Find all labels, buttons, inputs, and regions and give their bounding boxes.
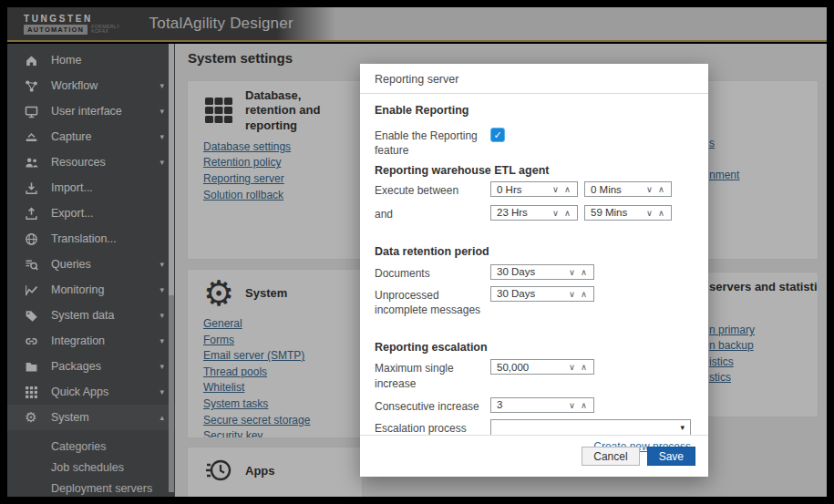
field-label: Escalation process — [375, 419, 490, 436]
checkbox-label: Enable the Reporting feature — [375, 127, 490, 158]
section-heading-enable-reporting: Enable Reporting — [375, 104, 694, 117]
spinner-up-icon[interactable]: ∧ — [655, 184, 667, 194]
section-heading-reporting-escalation: Reporting escalation — [375, 341, 694, 354]
section-heading-etl-agent: Reporting warehouse ETL agent — [375, 164, 694, 177]
end-minutes-spinner[interactable]: 59 Mins ∨ ∧ — [584, 205, 672, 221]
escalation-process-dropdown[interactable]: ▾ — [490, 419, 691, 436]
spinner-down-icon[interactable]: ∨ — [550, 184, 561, 194]
spinner-down-icon[interactable]: ∨ — [566, 289, 578, 299]
unprocessed-messages-spinner[interactable]: 30 Days ∨ ∧ — [490, 286, 594, 302]
screen: TUNGSTEN AUTOMATION FORMERLY KOFAX Total… — [0, 0, 834, 504]
spinner-down-icon[interactable]: ∨ — [644, 184, 655, 194]
enable-reporting-checkbox[interactable]: ✓ — [490, 128, 505, 142]
spinner-up-icon[interactable]: ∧ — [561, 184, 573, 194]
cancel-button[interactable]: Cancel — [582, 447, 639, 466]
dropdown-arrow-icon: ▾ — [680, 423, 685, 432]
spinner-up-icon[interactable]: ∧ — [561, 208, 573, 218]
spinner-up-icon[interactable]: ∧ — [655, 208, 667, 218]
spinner-up-icon[interactable]: ∧ — [578, 400, 590, 410]
spinner-value: 50,000 — [497, 362, 566, 373]
spinner-value: 59 Mins — [591, 207, 644, 218]
spinner-value: 3 — [497, 399, 566, 410]
window-frame-top — [0, 0, 834, 7]
section-heading-data-retention: Data retention period — [375, 245, 694, 258]
documents-retention-spinner[interactable]: 30 Days ∨ ∧ — [490, 264, 594, 280]
window-frame-left — [0, 0, 7, 504]
spinner-value: 0 Hrs — [497, 184, 550, 195]
window-frame-right — [827, 0, 834, 504]
window-frame-bottom — [0, 497, 834, 504]
spinner-down-icon[interactable]: ∨ — [566, 362, 578, 372]
spinner-down-icon[interactable]: ∨ — [566, 400, 578, 410]
spinner-value: 0 Mins — [591, 184, 644, 195]
spinner-up-icon[interactable]: ∧ — [578, 267, 590, 277]
save-button[interactable]: Save — [647, 447, 695, 466]
reporting-server-dialog: Reporting server Enable Reporting Enable… — [360, 64, 708, 477]
field-label: Consecutive increase — [375, 397, 490, 414]
field-label: Unprocessed incomplete messages — [375, 286, 490, 317]
spinner-value: 23 Hrs — [497, 207, 550, 218]
spinner-value: 30 Days — [497, 266, 566, 277]
spinner-up-icon[interactable]: ∧ — [578, 289, 590, 299]
field-label: Documents — [375, 264, 490, 281]
end-hours-spinner[interactable]: 23 Hrs ∨ ∧ — [490, 205, 578, 221]
spinner-up-icon[interactable]: ∧ — [578, 362, 590, 372]
spinner-down-icon[interactable]: ∨ — [644, 208, 655, 218]
dialog-title: Reporting server — [360, 64, 708, 94]
field-label: Execute between — [375, 181, 490, 198]
start-minutes-spinner[interactable]: 0 Mins ∨ ∧ — [584, 181, 672, 197]
maximum-single-increase-spinner[interactable]: 50,000 ∨ ∧ — [490, 359, 594, 375]
spinner-down-icon[interactable]: ∨ — [566, 267, 578, 277]
consecutive-increase-spinner[interactable]: 3 ∨ ∧ — [490, 397, 594, 413]
spinner-value: 30 Days — [497, 288, 566, 299]
field-label: Maximum single increase — [375, 359, 490, 390]
spinner-down-icon[interactable]: ∨ — [550, 208, 561, 218]
field-label: and — [375, 205, 490, 221]
start-hours-spinner[interactable]: 0 Hrs ∨ ∧ — [490, 181, 578, 197]
